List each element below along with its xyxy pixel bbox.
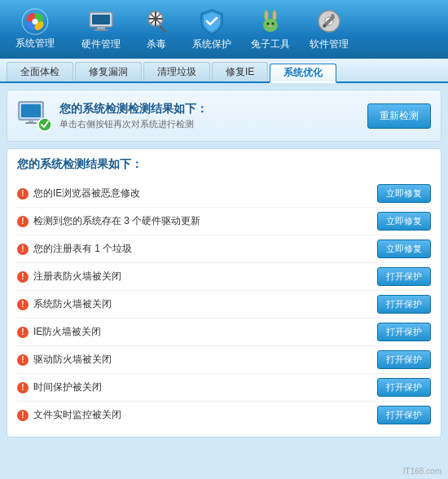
warning-icon: !: [17, 354, 29, 366]
result-left: ! 时间保护被关闭: [17, 380, 377, 394]
svg-rect-31: [25, 122, 37, 124]
result-text: 您的IE浏览器被恶意修改: [33, 187, 140, 200]
warning-icon: !: [17, 216, 29, 227]
action-button-3[interactable]: 打开保护: [377, 267, 431, 286]
result-row: ! 时间保护被关闭 打开保护: [17, 374, 431, 402]
result-left: ! 您的注册表有 1 个垃圾: [17, 242, 377, 256]
svg-rect-7: [92, 15, 110, 24]
action-button-5[interactable]: 打开保护: [377, 323, 431, 341]
computer-status-icon: [17, 99, 51, 133]
result-text: 时间保护被关闭: [33, 380, 102, 394]
warning-icon: !: [17, 299, 29, 310]
warning-icon: !: [17, 327, 29, 338]
result-row: ! 系统防火墙被关闭 打开保护: [17, 291, 431, 319]
results-panel: 您的系统检测结果如下： ! 您的IE浏览器被恶意修改 立即修复 ! 检测到您的系…: [7, 148, 441, 437]
results-title: 您的系统检测结果如下：: [17, 157, 431, 172]
result-text: 您的注册表有 1 个垃圾: [33, 242, 132, 256]
result-row: ! 注册表防火墙被关闭 打开保护: [17, 263, 431, 291]
result-left: ! 驱动防火墙被关闭: [17, 353, 377, 367]
logo-label: 系统管理: [15, 37, 55, 51]
result-row: ! 您的注册表有 1 个垃圾 立即修复: [17, 235, 431, 263]
tab-clean-trash[interactable]: 清理垃圾: [143, 62, 210, 81]
result-row: ! 文件实时监控被关闭 打开保护: [17, 402, 431, 428]
warning-icon: !: [17, 271, 29, 283]
action-button-6[interactable]: 打开保护: [377, 350, 431, 369]
rabbit-label: 兔子工具: [251, 37, 290, 51]
tab-full-check[interactable]: 全面体检: [7, 62, 73, 81]
logo-icon: [16, 8, 54, 35]
status-text-block: 您的系统检测检测结果如下： 单击右侧按钮再次对系统进行检测: [59, 102, 208, 130]
kill-icon: [142, 7, 171, 35]
nav-kill[interactable]: 杀毒: [132, 5, 181, 54]
shield-icon: [197, 7, 226, 35]
warning-icon: !: [17, 382, 29, 393]
result-row: ! 驱动防火墙被关闭 打开保护: [17, 346, 431, 374]
result-text: 注册表防火墙被关闭: [33, 270, 121, 283]
recheck-button[interactable]: 重新检测: [367, 103, 431, 129]
svg-point-5: [32, 19, 37, 24]
protect-label: 系统保护: [192, 37, 231, 51]
rabbit-icon: [256, 7, 285, 35]
tab-system-optimize[interactable]: 系统优化: [270, 64, 336, 83]
top-nav: 系统管理 硬件管理 杀毒: [0, 0, 448, 59]
svg-point-22: [267, 23, 270, 25]
svg-rect-29: [21, 104, 41, 117]
result-text: 系统防火墙被关闭: [33, 297, 112, 311]
nav-software[interactable]: 软件管理: [301, 5, 357, 54]
tab-fix-leak[interactable]: 修复漏洞: [75, 62, 142, 81]
nav-hardware[interactable]: 硬件管理: [73, 5, 129, 54]
watermark: IT168.com: [403, 467, 441, 476]
svg-rect-9: [94, 29, 108, 31]
tab-bar: 全面体检 修复漏洞 清理垃圾 修复IE 系统优化: [0, 59, 448, 83]
result-row: ! 检测到您的系统存在 3 个硬件驱动更新 立即修复: [17, 208, 431, 235]
result-text: 驱动防火墙被关闭: [33, 353, 112, 367]
tab-fix-ie[interactable]: 修复IE: [212, 62, 268, 81]
svg-point-23: [272, 23, 275, 25]
result-text: 文件实时监控被关闭: [33, 408, 121, 422]
status-banner: 您的系统检测检测结果如下： 单击右侧按钮再次对系统进行检测 重新检测: [7, 90, 441, 142]
nav-logo[interactable]: 系统管理: [7, 5, 64, 54]
nav-rabbit[interactable]: 兔子工具: [243, 5, 298, 54]
results-list: ! 您的IE浏览器被恶意修改 立即修复 ! 检测到您的系统存在 3 个硬件驱动更…: [17, 180, 431, 428]
svg-line-16: [160, 27, 165, 32]
svg-rect-8: [97, 27, 105, 29]
kill-label: 杀毒: [147, 37, 166, 51]
result-left: ! 系统防火墙被关闭: [17, 297, 377, 311]
action-button-8[interactable]: 打开保护: [377, 406, 431, 424]
action-button-4[interactable]: 打开保护: [377, 295, 431, 314]
warning-icon: !: [17, 244, 29, 255]
svg-point-24: [269, 25, 272, 27]
action-button-2[interactable]: 立即修复: [377, 240, 431, 258]
action-button-7[interactable]: 打开保护: [377, 378, 431, 397]
svg-point-27: [323, 24, 327, 28]
nav-protect[interactable]: 系统保护: [184, 5, 239, 54]
result-text: IE防火墙被关闭: [33, 325, 101, 339]
status-sub-text: 单击右侧按钮再次对系统进行检测: [59, 118, 208, 130]
action-button-1[interactable]: 立即修复: [377, 212, 431, 231]
warning-icon: !: [17, 410, 29, 421]
hardware-label: 硬件管理: [81, 37, 121, 51]
hardware-icon: [86, 7, 116, 35]
svg-point-20: [266, 11, 268, 20]
result-left: ! 注册表防火墙被关闭: [17, 270, 377, 283]
result-text: 检测到您的系统存在 3 个硬件驱动更新: [33, 214, 200, 228]
warning-icon: !: [17, 188, 29, 200]
action-button-0[interactable]: 立即修复: [377, 184, 431, 203]
result-row: ! IE防火墙被关闭 打开保护: [17, 319, 431, 346]
result-row: ! 您的IE浏览器被恶意修改 立即修复: [17, 180, 431, 208]
software-label: 软件管理: [310, 37, 349, 51]
svg-point-21: [274, 11, 276, 20]
result-left: ! 您的IE浏览器被恶意修改: [17, 187, 377, 200]
svg-rect-30: [29, 120, 33, 122]
software-icon: [314, 7, 344, 35]
result-left: ! 文件实时监控被关闭: [17, 408, 377, 422]
status-main-text: 您的系统检测检测结果如下：: [59, 102, 208, 116]
result-left: ! IE防火墙被关闭: [17, 325, 377, 339]
status-left: 您的系统检测检测结果如下： 单击右侧按钮再次对系统进行检测: [17, 99, 208, 133]
result-left: ! 检测到您的系统存在 3 个硬件驱动更新: [17, 214, 377, 228]
